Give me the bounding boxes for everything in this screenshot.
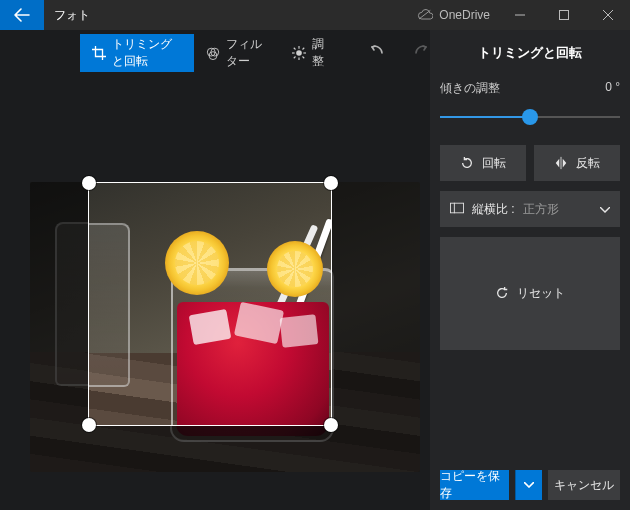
svg-line-13 xyxy=(302,48,304,50)
flip-icon xyxy=(554,156,568,170)
aspect-value: 正方形 xyxy=(523,201,559,218)
image-cropped xyxy=(89,183,331,425)
aspect-ratio-dropdown[interactable]: 縦横比 : 正方形 xyxy=(440,191,620,227)
undo-button[interactable] xyxy=(368,44,384,63)
svg-point-6 xyxy=(296,50,302,56)
onedrive-status[interactable]: OneDrive xyxy=(417,8,490,22)
crop-rectangle[interactable] xyxy=(88,182,332,426)
onedrive-label: OneDrive xyxy=(439,8,490,22)
svg-line-0 xyxy=(419,10,430,19)
arrow-left-icon xyxy=(14,7,30,23)
tab-crop-rotate[interactable]: トリミングと回転 xyxy=(80,34,194,72)
reset-label: リセット xyxy=(517,285,565,302)
tab-filter-label: フィルター xyxy=(226,36,268,70)
side-panel: トリミングと回転 傾きの調整 0 ° 回転 反転 縦横比 : 正方形 xyxy=(430,30,630,510)
reset-button[interactable]: リセット xyxy=(440,237,620,350)
chevron-down-icon xyxy=(524,482,534,488)
minimize-icon xyxy=(515,10,525,20)
chevron-down-icon xyxy=(600,202,610,216)
tab-adjust[interactable]: 調整 xyxy=(280,34,338,72)
tilt-label: 傾きの調整 xyxy=(440,80,500,97)
aspect-label: 縦横比 : xyxy=(472,201,515,218)
main: トリミングと回転 フィルター 調整 xyxy=(0,30,630,510)
save-copy-label: コピーを保存 xyxy=(440,468,509,502)
redo-icon xyxy=(414,44,430,60)
tilt-value: 0 ° xyxy=(605,80,620,97)
svg-line-14 xyxy=(294,57,296,59)
titlebar: フォト OneDrive xyxy=(0,0,630,30)
close-icon xyxy=(603,10,613,20)
editor-toolbar: トリミングと回転 フィルター 調整 xyxy=(80,34,430,72)
tab-crop-rotate-label: トリミングと回転 xyxy=(112,36,182,70)
tilt-slider[interactable] xyxy=(440,107,620,127)
redo-button[interactable] xyxy=(414,44,430,63)
svg-line-12 xyxy=(302,57,304,59)
save-copy-dropdown[interactable] xyxy=(515,470,542,500)
editor-area: トリミングと回転 フィルター 調整 xyxy=(0,30,430,510)
cancel-label: キャンセル xyxy=(554,477,614,494)
tab-adjust-label: 調整 xyxy=(312,36,326,70)
minimize-button[interactable] xyxy=(498,0,542,30)
crop-handle-top-left[interactable] xyxy=(82,176,96,190)
tilt-row: 傾きの調整 0 ° xyxy=(440,80,620,97)
undo-icon xyxy=(368,44,384,60)
crop-handle-bottom-left[interactable] xyxy=(82,418,96,432)
flip-button[interactable]: 反転 xyxy=(534,145,620,181)
app-title: フォト xyxy=(54,7,90,24)
canvas[interactable] xyxy=(0,72,430,510)
crop-handle-bottom-right[interactable] xyxy=(324,418,338,432)
window-controls xyxy=(498,0,630,30)
rotate-icon xyxy=(460,156,474,170)
maximize-icon xyxy=(559,10,569,20)
cloud-icon xyxy=(417,9,433,21)
reset-icon xyxy=(495,286,509,300)
cancel-button[interactable]: キャンセル xyxy=(548,470,620,500)
adjust-icon xyxy=(292,46,306,60)
save-copy-button[interactable]: コピーを保存 xyxy=(440,470,509,500)
footer: コピーを保存 キャンセル xyxy=(440,462,620,510)
tab-filter[interactable]: フィルター xyxy=(194,34,280,72)
close-button[interactable] xyxy=(586,0,630,30)
maximize-button[interactable] xyxy=(542,0,586,30)
svg-rect-16 xyxy=(450,203,463,213)
flip-label: 反転 xyxy=(576,155,600,172)
crop-handle-top-right[interactable] xyxy=(324,176,338,190)
slider-thumb[interactable] xyxy=(522,109,538,125)
svg-rect-2 xyxy=(560,11,569,20)
back-button[interactable] xyxy=(0,0,44,30)
panel-title: トリミングと回転 xyxy=(440,44,620,62)
aspect-icon xyxy=(450,202,464,217)
filter-icon xyxy=(206,46,220,60)
crop-icon xyxy=(92,46,106,60)
svg-line-11 xyxy=(294,48,296,50)
rotate-button[interactable]: 回転 xyxy=(440,145,526,181)
rotate-label: 回転 xyxy=(482,155,506,172)
